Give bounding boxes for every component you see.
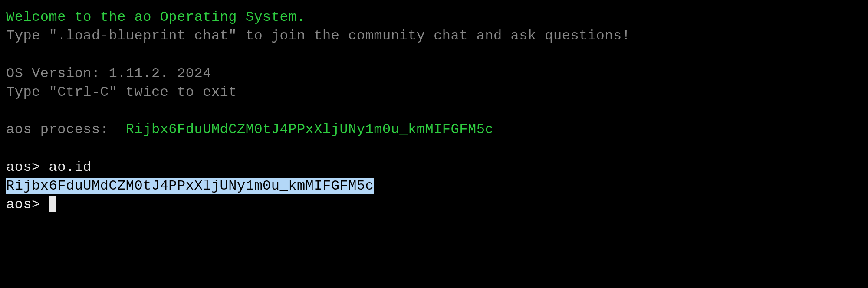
blank-line-2 <box>6 101 862 120</box>
blank-line-1 <box>6 45 862 64</box>
welcome-message: Welcome to the ao Operating System. <box>6 8 862 26</box>
blank-line-3 <box>6 139 862 157</box>
command-1: ao.id <box>49 159 92 175</box>
blueprint-instruction: Type ".load-blueprint chat" to join the … <box>6 26 862 45</box>
terminal-window[interactable]: Welcome to the ao Operating System. Type… <box>6 8 862 214</box>
os-version: OS Version: 1.11.2. 2024 <box>6 64 862 83</box>
output-id-highlighted: Rijbx6FduUMdCZM0tJ4PPxXljUNy1m0u_kmMIFGF… <box>6 178 374 194</box>
exit-instruction: Type "Ctrl-C" twice to exit <box>6 83 862 101</box>
process-label: aos process: <box>6 121 126 137</box>
prompt-1: aos> <box>6 159 49 175</box>
prompt-2: aos> <box>6 196 49 213</box>
process-line: aos process: Rijbx6FduUMdCZM0tJ4PPxXljUN… <box>6 120 862 139</box>
cursor <box>49 196 57 212</box>
output-line-1: Rijbx6FduUMdCZM0tJ4PPxXljUNy1m0u_kmMIFGF… <box>6 177 862 195</box>
command-line-2[interactable]: aos> <box>6 195 862 214</box>
command-line-1: aos> ao.id <box>6 158 862 177</box>
process-id: Rijbx6FduUMdCZM0tJ4PPxXljUNy1m0u_kmMIFGF… <box>126 121 493 137</box>
